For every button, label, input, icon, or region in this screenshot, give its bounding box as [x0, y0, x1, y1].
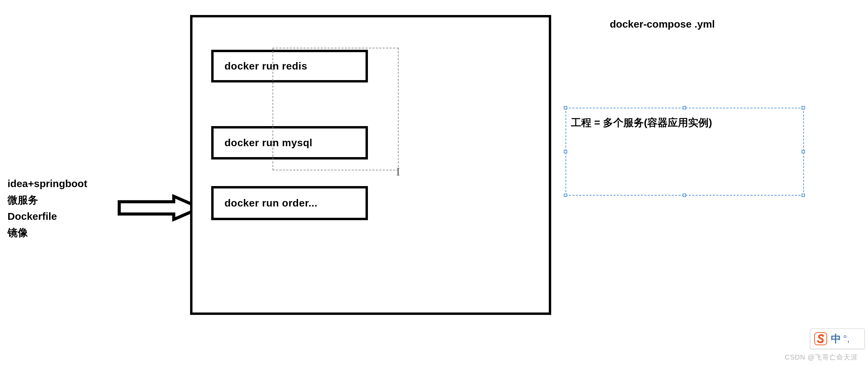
label-dockerfile: Dockerfile: [7, 208, 87, 225]
cmd-box-redis: docker run redis: [211, 50, 368, 82]
ime-punct-label[interactable]: °,: [843, 333, 850, 344]
cmd-box-order: docker run order...: [211, 186, 368, 220]
label-microservice: 微服务: [7, 192, 87, 208]
ime-lang-label[interactable]: 中: [831, 332, 841, 346]
label-image: 镜像: [7, 225, 87, 241]
cmd-text-order: docker run order...: [224, 197, 317, 209]
resize-handle-se[interactable]: [802, 194, 805, 197]
label-idea-springboot: idea+springboot: [7, 176, 87, 192]
resize-handle-w[interactable]: [564, 150, 567, 153]
source-label-block: idea+springboot 微服务 Dockerfile 镜像: [7, 176, 87, 241]
project-services-text[interactable]: 工程 = 多个服务(容器应用实例): [571, 116, 712, 130]
resize-handle-nw[interactable]: [564, 106, 567, 109]
resize-handle-s[interactable]: [683, 194, 686, 197]
resize-handle-ne[interactable]: [802, 106, 805, 109]
resize-handle-sw[interactable]: [564, 194, 567, 197]
cmd-text-mysql: docker run mysql: [224, 137, 312, 149]
cmd-box-mysql: docker run mysql: [211, 126, 368, 159]
watermark-text: CSDN @飞哥亡命天涯: [785, 353, 858, 362]
resize-handle-e[interactable]: [802, 150, 805, 153]
sogou-logo-icon[interactable]: [813, 331, 828, 346]
resize-handle-n[interactable]: [683, 106, 686, 109]
cmd-text-redis: docker run redis: [224, 60, 307, 72]
compose-yml-label: docker-compose .yml: [610, 18, 715, 30]
text-cursor-icon: I: [396, 165, 400, 178]
ime-toolbar[interactable]: 中 °,: [810, 329, 865, 349]
